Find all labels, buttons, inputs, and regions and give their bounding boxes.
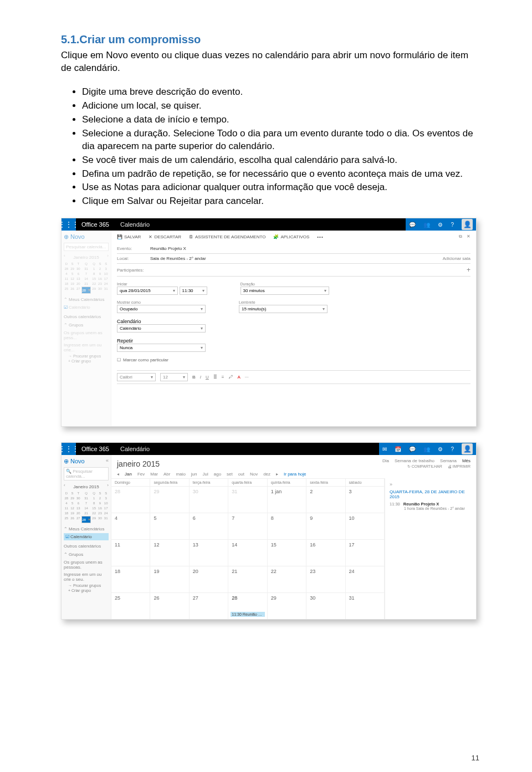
calendar-cell[interactable]: 12 bbox=[150, 540, 189, 566]
more-format-icon[interactable]: ··· bbox=[245, 375, 249, 380]
calendar-cell[interactable]: 3 bbox=[346, 487, 385, 513]
discard-button[interactable]: ✕DESCARTAR bbox=[149, 234, 181, 239]
month-tab[interactable]: Jan bbox=[125, 472, 132, 477]
calendar-select[interactable]: Calendário bbox=[117, 324, 206, 333]
highlight-button[interactable]: 🖍 bbox=[228, 375, 233, 380]
calendar-cell[interactable]: 14 bbox=[228, 540, 267, 566]
calendar-cell[interactable]: 21 bbox=[228, 566, 267, 592]
event-title-input[interactable]: Reunião Projeto X bbox=[150, 246, 470, 251]
close-form-icon[interactable]: ✕ bbox=[467, 234, 470, 239]
people-icon[interactable]: 👥 bbox=[423, 222, 430, 228]
calendar-item[interactable]: Calendário bbox=[64, 304, 109, 311]
calendar-cell[interactable]: 10 bbox=[346, 513, 385, 539]
bullets-button[interactable]: ≣ bbox=[213, 375, 217, 380]
view-workweek[interactable]: Semana de trabalho bbox=[395, 458, 434, 463]
numbering-button[interactable]: ≡ bbox=[222, 375, 224, 380]
help-icon[interactable]: ? bbox=[451, 222, 454, 228]
calendar-cell[interactable]: 29 bbox=[150, 487, 189, 513]
next-month-icon[interactable]: › bbox=[107, 483, 109, 491]
my-calendars-header[interactable]: Meus Calendários bbox=[64, 297, 109, 302]
other-calendars-header[interactable]: Outros calendários bbox=[64, 544, 109, 549]
calendar-cell[interactable]: 28 bbox=[111, 487, 150, 513]
location-input[interactable]: Sala de Reuniões - 2° andar bbox=[150, 256, 438, 261]
font-size-select[interactable]: 12 bbox=[160, 373, 188, 381]
apps-button[interactable]: 🧩APLICATIVOS bbox=[273, 234, 309, 239]
new-event-button[interactable]: ⊕ Novo bbox=[64, 233, 109, 241]
other-calendars-header[interactable]: Outros calendários bbox=[64, 314, 109, 319]
groups-header[interactable]: Grupos bbox=[64, 323, 109, 328]
duration-select[interactable]: 30 minutos bbox=[241, 287, 329, 295]
rich-text-body[interactable] bbox=[117, 384, 470, 423]
avatar[interactable]: 👤 bbox=[462, 219, 473, 230]
view-month[interactable]: Mês bbox=[462, 458, 470, 463]
calendar-cell[interactable]: 25 bbox=[111, 593, 150, 619]
month-tab[interactable]: Abr bbox=[163, 472, 170, 477]
calendar-cell[interactable]: 22 bbox=[268, 566, 306, 592]
calendar-cell[interactable]: 29 bbox=[268, 593, 306, 619]
event-chip[interactable]: 11:30 Reunião Proj bbox=[231, 612, 264, 617]
more-button[interactable]: ••• bbox=[317, 234, 323, 239]
scheduling-assistant-button[interactable]: 🗓ASSISTENTE DE AGENDAMENTO bbox=[189, 234, 265, 239]
calendar-cell[interactable]: 15 bbox=[268, 540, 306, 566]
view-week[interactable]: Semana bbox=[440, 458, 457, 463]
share-button[interactable]: ↻ COMPARTILHAR bbox=[407, 464, 442, 469]
month-tab[interactable]: out bbox=[238, 472, 244, 477]
month-tab[interactable]: Nov bbox=[250, 472, 258, 477]
app-launcher-icon[interactable]: ⋮⋮⋮ bbox=[62, 443, 76, 455]
go-today-link[interactable]: Ir para hoje bbox=[284, 472, 306, 477]
popout-icon[interactable]: ⧉ bbox=[459, 234, 462, 239]
font-color-button[interactable]: A bbox=[237, 375, 240, 380]
private-checkbox[interactable]: Marcar como particular bbox=[117, 357, 470, 362]
calendar-cell[interactable]: 2 bbox=[306, 487, 345, 513]
app-launcher-icon[interactable]: ⋮⋮⋮ bbox=[62, 218, 76, 231]
start-date-select[interactable]: qua 28/01/2015 bbox=[117, 287, 178, 295]
view-day[interactable]: Dia bbox=[382, 458, 389, 463]
bold-button[interactable]: B bbox=[192, 375, 196, 380]
font-select[interactable]: Calibri bbox=[117, 373, 156, 381]
month-tab[interactable]: Fev bbox=[137, 472, 145, 477]
calendar-cell-today[interactable]: 28 11:30 Reunião Proj bbox=[228, 593, 267, 619]
month-tab[interactable]: Jul bbox=[203, 472, 208, 477]
repeat-select[interactable]: Nunca bbox=[117, 344, 206, 352]
new-event-button[interactable]: ⊕ Novo« bbox=[64, 458, 109, 465]
calendar-cell[interactable]: 31 bbox=[228, 487, 267, 513]
month-tab[interactable]: Mar bbox=[150, 472, 158, 477]
chat-icon[interactable]: 💬 bbox=[409, 446, 416, 452]
day-panel-event[interactable]: 11:30 Reunião Projeto X bbox=[390, 502, 472, 507]
month-tab[interactable]: jun bbox=[191, 472, 197, 477]
showas-select[interactable]: Ocupado bbox=[117, 305, 206, 313]
save-button[interactable]: 💾SALVAR bbox=[117, 234, 141, 239]
calendar-item[interactable]: Calendário bbox=[64, 533, 109, 540]
print-button[interactable]: 🖨 IMPRIMIR bbox=[448, 464, 470, 469]
find-groups-link[interactable]: → Procurar grupos bbox=[64, 354, 109, 359]
calendar-cell[interactable]: 18 bbox=[111, 566, 150, 592]
add-room-button[interactable]: Adicionar sala bbox=[443, 256, 470, 261]
mini-calendar[interactable]: DSTQQSS 28293031123 45678910 11121314151… bbox=[64, 262, 109, 294]
calendar-cell[interactable]: 17 bbox=[346, 540, 385, 566]
start-time-select[interactable]: 11:30 bbox=[180, 287, 207, 295]
help-icon[interactable]: ? bbox=[451, 446, 454, 452]
calendar-cell[interactable]: 8 bbox=[268, 513, 306, 539]
calendar-cell[interactable]: 30 bbox=[306, 593, 345, 619]
expand-panel-icon[interactable]: » bbox=[390, 482, 472, 487]
calendar-cell[interactable]: 27 bbox=[190, 593, 228, 619]
create-group-link[interactable]: + Criar grupo bbox=[64, 588, 109, 593]
add-participant-icon[interactable]: + bbox=[467, 266, 470, 274]
collapse-sidebar-icon[interactable]: « bbox=[106, 458, 109, 463]
search-input[interactable]: Pesquisar calendá... bbox=[64, 243, 109, 251]
reminder-select[interactable]: 15 minuto(s) bbox=[239, 305, 328, 313]
find-groups-link[interactable]: → Procurar grupos bbox=[64, 583, 109, 588]
month-tab[interactable]: set bbox=[227, 472, 233, 477]
calendar-cell[interactable]: 13 bbox=[190, 540, 228, 566]
groups-header[interactable]: Grupos bbox=[64, 552, 109, 557]
italic-button[interactable]: I bbox=[200, 375, 201, 380]
calendar-cell[interactable]: 19 bbox=[150, 566, 189, 592]
settings-icon[interactable]: ⚙ bbox=[438, 222, 443, 228]
mini-calendar[interactable]: DSTQQSS 28293031123 45678910 11121314151… bbox=[64, 491, 109, 523]
mail-icon[interactable]: ✉ bbox=[382, 446, 387, 452]
underline-button[interactable]: U bbox=[206, 375, 209, 380]
next-year-icon[interactable]: ▸ bbox=[276, 472, 278, 477]
calendar-cell[interactable]: 23 bbox=[306, 566, 345, 592]
my-calendars-header[interactable]: Meus Calendários bbox=[64, 526, 109, 531]
month-tab[interactable]: dez bbox=[263, 472, 270, 477]
